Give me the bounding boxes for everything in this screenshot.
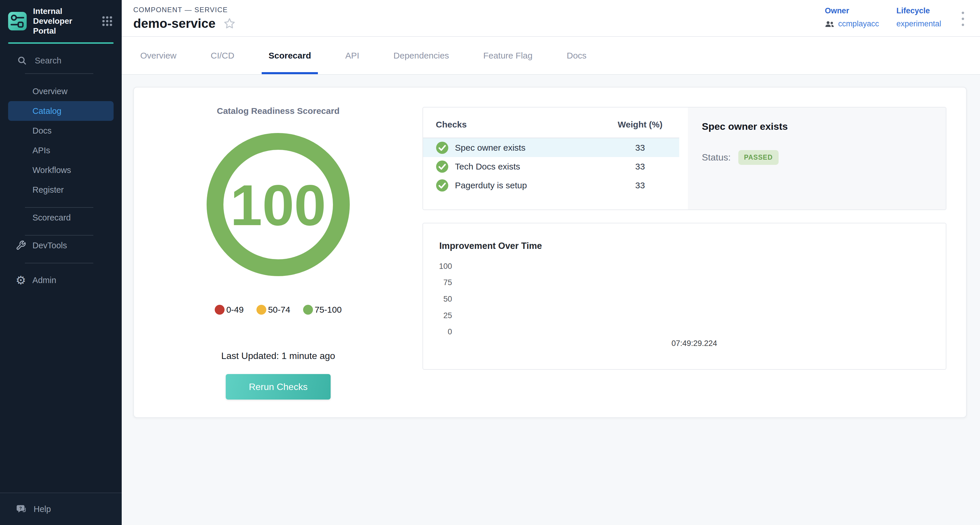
check-name-text: Spec owner exists (455, 143, 525, 153)
score-column: Catalog Readiness Scorecard 100 0-49 50-… (134, 88, 423, 417)
legend-item-low: 0-49 (215, 305, 244, 315)
check-row-spec-owner[interactable]: Spec owner exists 33 (423, 138, 679, 157)
score-gauge: 100 (206, 132, 351, 277)
tab-cicd[interactable]: CI/CD (204, 37, 241, 74)
tab-label: Overview (140, 51, 177, 60)
sidebar-item-label: Admin (32, 275, 56, 285)
apps-grid-icon[interactable] (101, 15, 114, 27)
owner-link[interactable]: ccmplayacc (838, 19, 879, 29)
owner-block: Owner ccmplayacc (825, 6, 879, 29)
sidebar-search[interactable]: Search (0, 44, 122, 66)
legend-dot-green (303, 305, 313, 315)
checks-table-header: Checks Weight (%) (423, 120, 679, 129)
legend-label: 50-74 (268, 305, 290, 315)
legend-item-high: 75-100 (303, 305, 342, 315)
scorecard-title: Catalog Readiness Scorecard (217, 106, 340, 116)
weight-column-header: Weight (%) (601, 120, 679, 129)
y-axis-tick: 75 (423, 278, 452, 287)
y-axis-tick: 50 (423, 295, 452, 304)
checks-column-header: Checks (436, 120, 601, 129)
check-row-tech-docs[interactable]: Tech Docs exists 33 (423, 157, 679, 176)
sidebar-item-label: Scorecard (32, 213, 71, 223)
checks-card: Checks Weight (%) Spec owner exists (423, 107, 947, 210)
sidebar-item-label: Register (32, 185, 64, 195)
score-value: 100 (231, 173, 326, 237)
divider (25, 73, 93, 74)
sidebar-item-admin[interactable]: ⚙ Admin (0, 270, 122, 290)
lifecycle-value: experimental (896, 19, 941, 29)
entity-tabs: Overview CI/CD Scorecard API Dependencie… (122, 37, 980, 75)
sidebar-item-workflows[interactable]: Workflows (0, 160, 122, 180)
tab-dependencies[interactable]: Dependencies (387, 37, 456, 74)
status-badge: PASSED (738, 150, 779, 165)
check-name-text: Tech Docs exists (455, 162, 520, 172)
legend-label: 0-49 (226, 305, 244, 315)
sidebar-item-label: Overview (32, 87, 67, 96)
favorite-star-icon[interactable] (223, 17, 236, 30)
page-title: demo-service (133, 16, 216, 31)
check-name-text: Pagerduty is setup (455, 180, 527, 190)
sidebar-item-docs[interactable]: Docs (0, 121, 122, 140)
lifecycle-block: Lifecycle experimental (896, 6, 941, 29)
sidebar-item-help[interactable]: ? Help (0, 493, 122, 525)
sidebar-nav: Overview Catalog Docs APIs Workflows Reg… (0, 81, 122, 290)
sidebar-item-label: Docs (32, 126, 52, 135)
tab-api[interactable]: API (338, 37, 366, 74)
search-icon (17, 55, 27, 66)
sidebar-item-scorecard[interactable]: Scorecard (0, 208, 122, 228)
y-axis-tick: 100 (423, 262, 452, 271)
rerun-checks-button[interactable]: Rerun Checks (226, 374, 331, 399)
sidebar-item-devtools[interactable]: DevTools (0, 235, 122, 255)
check-detail-title: Spec owner exists (702, 121, 932, 132)
main-area: COMPONENT — SERVICE demo-service Owner (122, 0, 980, 525)
chart-title: Improvement Over Time (439, 241, 542, 251)
check-passed-icon (436, 142, 449, 154)
check-weight-value: 33 (601, 162, 679, 172)
check-weight-value: 33 (601, 143, 679, 153)
sidebar-item-overview[interactable]: Overview (0, 81, 122, 101)
tab-overview[interactable]: Overview (133, 37, 183, 74)
app-title: Internal Developer Portal (33, 6, 94, 36)
gear-icon: ⚙ (16, 274, 26, 286)
tab-feature-flag[interactable]: Feature Flag (476, 37, 539, 74)
svg-text:?: ? (19, 506, 22, 511)
check-passed-icon (436, 179, 449, 192)
check-detail-panel: Spec owner exists Status: PASSED (688, 108, 946, 210)
check-weight-value: 33 (601, 180, 679, 190)
app-logo[interactable] (8, 12, 27, 30)
tab-docs[interactable]: Docs (560, 37, 593, 74)
entity-header: COMPONENT — SERVICE demo-service Owner (122, 0, 980, 37)
owner-label: Owner (825, 6, 879, 15)
x-axis-tick: 07:49:29.224 (671, 339, 717, 348)
tab-label: Docs (567, 51, 587, 60)
scorecard-board: Catalog Readiness Scorecard 100 0-49 50-… (133, 87, 967, 418)
check-passed-icon (436, 160, 449, 173)
sidebar-item-label: DevTools (32, 241, 67, 250)
circuit-logo-icon (8, 12, 27, 30)
sidebar-item-label: APIs (32, 146, 50, 155)
wrench-icon (16, 240, 26, 251)
legend-item-mid: 50-74 (256, 305, 290, 315)
sidebar-item-catalog[interactable]: Catalog (8, 101, 114, 121)
legend-dot-yellow (256, 305, 266, 315)
detail-column: Checks Weight (%) Spec owner exists (423, 88, 966, 417)
sidebar-item-label: Catalog (32, 107, 61, 116)
legend-label: 75-100 (315, 305, 342, 315)
sidebar-item-label: Help (33, 504, 51, 514)
legend-dot-red (215, 305, 224, 315)
divider (25, 263, 93, 263)
tab-label: Feature Flag (483, 51, 533, 60)
sidebar-item-apis[interactable]: APIs (0, 140, 122, 160)
tab-scorecard[interactable]: Scorecard (262, 37, 318, 74)
check-row-pagerduty[interactable]: Pagerduty is setup 33 (423, 176, 679, 195)
kebab-menu-icon[interactable] (959, 6, 967, 31)
sidebar-item-label: Workflows (32, 165, 71, 175)
y-axis-tick: 25 (423, 311, 452, 320)
y-axis-tick: 0 (423, 328, 452, 336)
improvement-chart-card: Improvement Over Time 100 75 50 25 0 07:… (423, 223, 947, 370)
tab-label: API (345, 51, 359, 60)
sidebar-item-register[interactable]: Register (0, 180, 122, 200)
status-label: Status: (702, 152, 731, 163)
score-legend: 0-49 50-74 75-100 (215, 305, 342, 315)
app-logo-row: Internal Developer Portal (0, 0, 122, 42)
